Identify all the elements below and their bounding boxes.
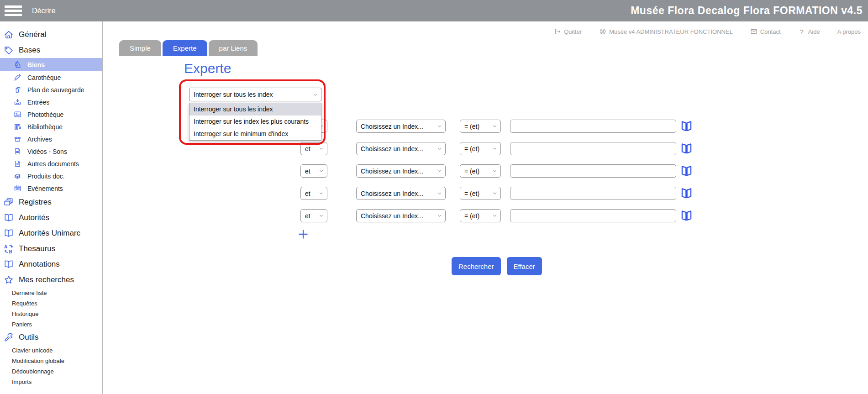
page-title: Experte (184, 61, 231, 76)
sidebar-item-evenements[interactable]: Evènements (0, 182, 102, 194)
sidebar-item-annotations[interactable]: Annotations (0, 257, 102, 272)
userbar-contact[interactable]: Contact (750, 28, 781, 35)
sidebar-item-registres[interactable]: Registres (0, 194, 102, 210)
sidebar-item-bases[interactable]: Bases (0, 42, 102, 58)
sidebar-item-phototheque[interactable]: Photothèque (0, 108, 102, 121)
sidebar-item-mes-recherches[interactable]: Mes recherches (0, 272, 102, 288)
open-book-icon[interactable] (680, 165, 693, 177)
sidebar-item-dedoublonnage[interactable]: Dédoublonnage (0, 366, 102, 377)
open-book-icon[interactable] (680, 187, 693, 200)
sidebar-item-label: Imports (12, 378, 32, 385)
userbar-aide-label: Aide (808, 28, 820, 35)
paper-stack-icon (14, 172, 21, 180)
star-icon (4, 275, 14, 285)
sidebar-item-outils[interactable]: Outils (0, 330, 102, 345)
action-buttons: Rechercher Effacer (452, 257, 542, 275)
chevron-down-icon (437, 168, 442, 173)
sidebar-item-derniere-liste[interactable]: Dernière liste (0, 288, 102, 298)
sidebar-item-historique[interactable]: Historique (0, 309, 102, 319)
boolean-operator-select[interactable]: et (300, 164, 327, 178)
userbar-aide[interactable]: ?Aide (798, 28, 820, 35)
open-book-icon (4, 259, 14, 269)
sidebar-item-label: Thesaurus (19, 244, 55, 253)
sidebar-item-label: Vidéos - Sons (27, 148, 67, 155)
sidebar-item-carotheque[interactable]: Carothèque (0, 71, 102, 84)
sidebar-item-label: Mes recherches (19, 275, 74, 284)
open-book-icon (4, 213, 14, 223)
index-select[interactable]: Choisissez un Index... (356, 142, 446, 155)
tab-simple[interactable]: Simple (119, 40, 161, 56)
sidebar-item-requetes[interactable]: Requêtes (0, 298, 102, 309)
sidebar-item-autres-documents[interactable]: Autres documents (0, 158, 102, 170)
sidebar-item-produits-doc[interactable]: Produits doc. (0, 170, 102, 182)
userbar-a-propos[interactable]: A propos (837, 28, 861, 35)
userbar-a-propos-label: A propos (837, 28, 861, 35)
index-select[interactable]: Choisissez un Index... (356, 209, 446, 222)
home-icon (4, 30, 14, 40)
index-scope-option[interactable]: Interroger sur les index les plus couran… (189, 116, 321, 128)
sidebar-item-label: Entrées (27, 99, 49, 106)
sidebar-item-plan-de-sauvegarde[interactable]: Plan de sauvegarde (0, 84, 102, 96)
svg-text:A: A (4, 244, 8, 249)
sidebar-item-paniers[interactable]: Paniers (0, 319, 102, 330)
fire-extinguisher-icon (14, 86, 21, 94)
criteria-value-input[interactable] (510, 187, 676, 200)
sidebar-item-label: Carothèque (27, 74, 61, 81)
index-select[interactable]: Choisissez un Index... (356, 187, 446, 200)
sidebar-item-archives[interactable]: Archives (0, 133, 102, 145)
comparator-select[interactable]: = (et) (460, 120, 501, 133)
sidebar-item-bibliotheque[interactable]: Bibliothèque (0, 121, 102, 133)
chevron-down-icon (319, 168, 324, 173)
inbox-download-icon (14, 98, 21, 106)
sidebar-item-videos-sons[interactable]: Vidéos - Sons (0, 145, 102, 158)
sidebar-item-modification-globale[interactable]: Modification globale (0, 356, 102, 366)
search-button[interactable]: Rechercher (452, 257, 501, 275)
sidebar-item-label: Dernière liste (12, 289, 47, 296)
chevron-down-icon (437, 191, 442, 196)
sidebar-item-general[interactable]: Général (0, 27, 102, 42)
chess-knight-icon: ♘ (14, 61, 21, 68)
userbar-quitter[interactable]: Quitter (554, 28, 582, 35)
sidebar-item-clavier-unicode[interactable]: Clavier unicode (0, 345, 102, 356)
open-book-icon[interactable] (680, 120, 693, 132)
sidebar-item-imports[interactable]: Imports (0, 377, 102, 387)
index-scope-option[interactable]: Interroger sur tous les index (189, 103, 321, 116)
chevron-down-icon (492, 191, 497, 196)
menu-label[interactable]: Décrire (32, 7, 56, 15)
boolean-operator-select[interactable]: et (300, 142, 327, 155)
sidebar-item-autorites[interactable]: Autorités (0, 210, 102, 226)
comparator-select[interactable]: = (et) (460, 209, 501, 222)
boolean-operator-select[interactable]: et (300, 209, 327, 222)
sidebar-item-label: Autres documents (27, 160, 79, 168)
sidebar-item-biens[interactable]: ♘Biens (0, 58, 102, 71)
index-scope-option[interactable]: Interroger sur le minimum d'index (189, 128, 321, 140)
criteria-value-input[interactable] (510, 209, 676, 222)
tab-experte[interactable]: Experte (163, 40, 207, 56)
sidebar-item-label: Outils (19, 333, 38, 342)
hamburger-icon[interactable] (5, 5, 22, 16)
tab-par-liens[interactable]: par Liens (209, 40, 258, 56)
index-scope-select[interactable]: Interroger sur tous les index (189, 88, 321, 101)
open-book-icon[interactable] (680, 210, 693, 222)
index-select[interactable]: Choisissez un Index... (356, 164, 446, 178)
sidebar-item-label: Photothèque (27, 111, 63, 118)
index-select[interactable]: Choisissez un Index... (356, 120, 446, 133)
comparator-select[interactable]: = (et) (460, 142, 501, 155)
boolean-operator-select[interactable]: et (300, 187, 327, 200)
criteria-value-input[interactable] (510, 142, 676, 155)
sidebar-item-autorites-unimarc[interactable]: Autorités Unimarc (0, 226, 102, 241)
comparator-select[interactable]: = (et) (460, 187, 501, 200)
criteria-value-input[interactable] (510, 120, 676, 133)
open-book-icon[interactable] (680, 142, 693, 155)
sidebar-item-entrees[interactable]: Entrées (0, 96, 102, 108)
help-icon: ? (798, 28, 805, 35)
wrench-icon (4, 332, 14, 342)
search-tabs: SimpleExpertepar Liens (119, 40, 258, 56)
add-row-button[interactable] (297, 228, 309, 240)
userbar-user[interactable]: Musée v4 ADMINISTRATEUR FONCTIONNEL (599, 28, 733, 35)
chevron-down-icon (437, 146, 442, 151)
clear-button[interactable]: Effacer (507, 257, 542, 275)
criteria-value-input[interactable] (510, 164, 676, 178)
sidebar-item-thesaurus[interactable]: ABThesaurus (0, 241, 102, 257)
comparator-select[interactable]: = (et) (460, 164, 501, 178)
